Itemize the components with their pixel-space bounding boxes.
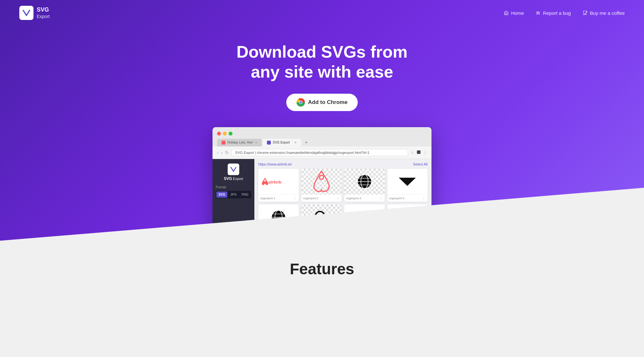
- svg-card-footer-2: svgexport-2 ⋮: [301, 194, 342, 202]
- globe-icon-1: [356, 173, 373, 190]
- nav-links: Home Report a bug Buy me a coffee: [504, 10, 625, 16]
- svg-card-2[interactable]: svgexport-2 ⋮: [301, 169, 342, 202]
- ext-logo: SVG Export: [224, 164, 243, 181]
- svg-card-name-6: svgexport-6: [303, 232, 318, 236]
- svg-point-0: [537, 12, 539, 14]
- ext-logo-svg: SVG: [224, 176, 232, 181]
- svg-card-8[interactable]: svgexport-8 ⋮: [387, 204, 428, 238]
- bookmark-icon[interactable]: ☆: [411, 150, 414, 155]
- svg-text:f: f: [359, 209, 365, 226]
- url-bar: ‹ › ↻ ☆ ⬛ ⋮: [213, 146, 431, 159]
- logo-export-text: Export: [37, 14, 50, 19]
- svg-card-menu-8[interactable]: ⋮: [422, 232, 426, 236]
- svg-card-3[interactable]: svgexport-3 ⋮: [344, 169, 385, 202]
- browser-mockup: Holiday Lets, Homes, Experie... × SVG Ex…: [213, 127, 431, 241]
- close-dot[interactable]: [217, 132, 221, 136]
- ext-logo-export: Export: [233, 177, 243, 181]
- forward-button[interactable]: ›: [221, 150, 223, 155]
- svg-card-7[interactable]: f svgexport-7 ⋮: [344, 204, 385, 238]
- format-jpg[interactable]: JPG: [228, 192, 239, 198]
- logo-icon: [19, 6, 33, 20]
- svg-card-menu-3[interactable]: ⋮: [379, 196, 383, 201]
- svg-card-5[interactable]: svgexport-5 ⋮: [258, 204, 299, 238]
- svg-card-4[interactable]: svgexport-4 ⋮: [387, 169, 428, 202]
- chrome-icon: [297, 98, 305, 107]
- tab-close-airbnb[interactable]: ×: [255, 140, 257, 145]
- svg-card-name-2: svgexport-2: [303, 197, 318, 200]
- ext-logo-icon: [228, 164, 239, 175]
- svg-card-footer-1: svgexport-1 ⋮: [258, 194, 299, 202]
- svg-card-footer-3: svgexport-3 ⋮: [344, 194, 385, 202]
- svg-point-20: [316, 211, 325, 221]
- svg-card-name-8: svgexport-8: [389, 232, 404, 236]
- url-input[interactable]: [232, 149, 408, 156]
- minimize-dot[interactable]: [223, 132, 227, 136]
- tab-airbnb-label: Holiday Lets, Homes, Experie...: [227, 141, 253, 144]
- navigation: SVG Export Home Report a bug Buy me a co…: [0, 0, 644, 26]
- url-actions: ☆ ⬛ ⋮: [411, 150, 427, 155]
- svg-card-menu-4[interactable]: ⋮: [422, 196, 426, 201]
- hero-content: Download SVGs from any site with ease Ad…: [236, 42, 408, 111]
- browser-body: SVG Export Format SVG JPG PNG 0 / 9 sele…: [213, 159, 431, 241]
- globe-icon-2: [270, 209, 287, 226]
- tab-close-svgexport[interactable]: ×: [294, 140, 297, 145]
- svg-card-footer-5: svgexport-5 ⋮: [258, 230, 299, 238]
- svg-preview-3: [344, 169, 385, 194]
- svg-card-name-3: svgexport-3: [346, 197, 361, 200]
- svg-line-21: [323, 219, 327, 223]
- svg-text:airbnb: airbnb: [269, 180, 281, 184]
- tab-airbnb[interactable]: Holiday Lets, Homes, Experie... ×: [217, 139, 262, 146]
- airbnb-favicon: [222, 141, 225, 145]
- svg-card-menu-6[interactable]: ⋮: [336, 232, 340, 236]
- svg-card-menu-1[interactable]: ⋮: [293, 196, 297, 201]
- chevron-icon: [398, 175, 417, 188]
- download-selected-button[interactable]: Download Selected: [216, 228, 251, 236]
- add-to-chrome-button[interactable]: Add to Chrome: [286, 94, 358, 111]
- svg-card-6[interactable]: svgexport-6 ⋮: [301, 204, 342, 238]
- format-buttons: SVG JPG PNG: [216, 191, 251, 198]
- home-icon: [504, 10, 509, 15]
- svg-point-5: [299, 101, 302, 103]
- svg-card-menu-2[interactable]: ⋮: [336, 196, 340, 201]
- tab-svgexport-label: SVG Export: [273, 141, 290, 144]
- svg-card-footer-4: svgexport-4 ⋮: [387, 194, 428, 202]
- browser-window: Holiday Lets, Homes, Experie... × SVG Ex…: [213, 127, 431, 241]
- nav-bug[interactable]: Report a bug: [535, 10, 571, 16]
- svg-card-1[interactable]: airbnb svgexport-1 ⋮: [258, 169, 299, 202]
- tab-svgexport[interactable]: SVG Export ×: [262, 139, 301, 146]
- svg-grid: airbnb svgexport-1 ⋮: [258, 169, 428, 238]
- logo[interactable]: SVG Export: [19, 6, 50, 20]
- window-controls: [217, 130, 427, 136]
- menu-icon[interactable]: ⋮: [423, 150, 427, 155]
- bug-icon: [535, 10, 541, 15]
- extension-icon[interactable]: ⬛: [417, 150, 421, 155]
- new-tab-button[interactable]: +: [302, 138, 311, 146]
- facebook-icon: f: [356, 209, 373, 226]
- grid-header: https://www.airbnb.ie/ Select All: [258, 162, 428, 166]
- logo-svg-text: SVG: [37, 6, 50, 14]
- maximize-dot[interactable]: [229, 132, 232, 136]
- nav-coffee[interactable]: Buy me a coffee: [582, 10, 625, 16]
- svg-card-name-7: svgexport-7: [346, 232, 361, 236]
- select-all-button[interactable]: Select All: [413, 162, 428, 166]
- svg-preview-8: [387, 204, 428, 230]
- refresh-button[interactable]: ↻: [225, 150, 229, 155]
- back-button[interactable]: ‹: [217, 150, 219, 155]
- twitter-icon: [398, 210, 417, 225]
- site-url: https://www.airbnb.ie/: [258, 162, 292, 166]
- format-label: Format: [216, 185, 226, 189]
- svg-card-menu-5[interactable]: ⋮: [293, 232, 297, 236]
- format-svg[interactable]: SVG: [216, 192, 227, 198]
- coffee-icon: [582, 10, 588, 15]
- svg-card-footer-7: svgexport-7 ⋮: [344, 230, 385, 238]
- format-png[interactable]: PNG: [240, 192, 251, 198]
- ext-v-icon: [230, 166, 237, 173]
- extension-panel: SVG Export Format SVG JPG PNG 0 / 9 sele…: [213, 159, 254, 241]
- svg-card-menu-7[interactable]: ⋮: [379, 232, 383, 236]
- v-icon: [22, 8, 31, 17]
- nav-home[interactable]: Home: [504, 10, 524, 16]
- svg-preview-2: [301, 169, 342, 194]
- svg-preview-7: f: [344, 204, 385, 230]
- svg-preview-6: [301, 204, 342, 230]
- airbnb-full-logo: airbnb: [259, 176, 298, 187]
